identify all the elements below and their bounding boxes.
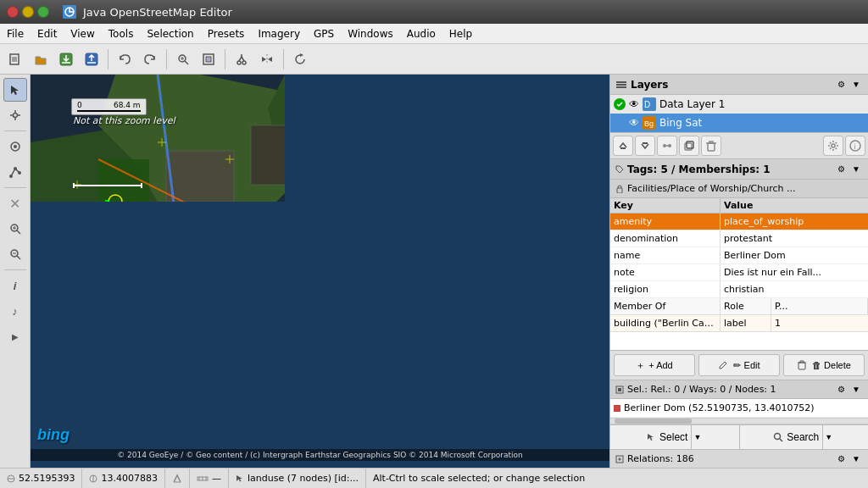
menu-imagery[interactable]: Imagery xyxy=(251,24,307,43)
add-tag-button[interactable]: ＋ + Add xyxy=(614,354,695,376)
bing-logo: bing xyxy=(37,425,70,444)
layer-duplicate-button[interactable] xyxy=(679,136,699,156)
layer-bing-sat[interactable]: 👁 Bg Bing Sat xyxy=(610,114,868,132)
sb-lon: 13.4007883 xyxy=(82,469,164,488)
layer-settings2-button[interactable] xyxy=(823,136,843,156)
audio-button[interactable]: ♪ xyxy=(3,299,27,323)
search-dropdown-arrow[interactable]: ▼ xyxy=(822,425,834,449)
new-layer-button[interactable] xyxy=(3,47,27,71)
menu-file[interactable]: File xyxy=(0,24,31,43)
layer-actions: i xyxy=(610,133,868,159)
statusbar: 52.5195393 13.4007883 — landuse (7 nodes… xyxy=(0,468,868,488)
member-role-cell: Role xyxy=(721,298,771,314)
sel-action-buttons: Select ▼ Search ▼ xyxy=(610,424,868,449)
lt-sep2 xyxy=(4,187,26,188)
trash-icon xyxy=(797,360,807,370)
tag-row-denomination[interactable]: denomination protestant xyxy=(610,230,868,247)
menu-view[interactable]: View xyxy=(64,24,101,43)
layer-data-layer-1[interactable]: 👁 D Data Layer 1 xyxy=(610,95,868,114)
sb-selection: landuse (7 nodes) [id:... xyxy=(229,469,366,488)
layers-header: Layers ⚙ ▼ xyxy=(610,75,868,95)
tags-settings-button[interactable]: ⚙ xyxy=(834,163,848,176)
selection-header: Sel.: Rel.: 0 / Ways: 0 / Nodes: 1 ⚙ ▼ xyxy=(610,380,868,399)
sel-settings-button[interactable]: ⚙ xyxy=(834,383,848,396)
mirror-button[interactable] xyxy=(255,47,279,71)
app-title: Java OpenStreetMap Editor xyxy=(83,6,232,19)
delete-tag-button[interactable]: 🗑 Delete xyxy=(783,354,865,376)
minimize-button[interactable] xyxy=(22,6,34,18)
zoom-button[interactable] xyxy=(171,47,195,71)
more-button[interactable]: ▶ xyxy=(3,324,27,348)
layer-down-button[interactable] xyxy=(635,136,655,156)
select-dropdown-arrow[interactable]: ▼ xyxy=(691,425,703,449)
svg-point-11 xyxy=(13,114,17,118)
search-button[interactable]: Search ▼ xyxy=(740,425,869,449)
svg-rect-114 xyxy=(616,81,626,83)
menu-edit[interactable]: Edit xyxy=(31,24,64,43)
select-button[interactable]: Select ▼ xyxy=(610,425,740,449)
redo-button[interactable] xyxy=(138,47,162,71)
zoom-out-button[interactable] xyxy=(3,242,27,266)
refresh-button[interactable] xyxy=(288,47,312,71)
menu-windows[interactable]: Windows xyxy=(341,24,400,43)
tag-row-amenity[interactable]: amenity place_of_worship xyxy=(610,214,868,230)
layer-up-button[interactable] xyxy=(613,136,633,156)
menu-audio[interactable]: Audio xyxy=(400,24,442,43)
sel-scrollbar[interactable] xyxy=(610,418,868,424)
svg-point-123 xyxy=(663,144,666,147)
layer-delete-button[interactable] xyxy=(701,136,721,156)
building-row[interactable]: building ("Berlin Cathedral", ... label … xyxy=(610,315,868,332)
upload-button[interactable] xyxy=(80,47,103,71)
map-area[interactable]: P P P Not at this zoom level 0 68.4 m bi… xyxy=(31,75,609,468)
rel-settings-button[interactable]: ⚙ xyxy=(834,452,848,466)
svg-rect-31 xyxy=(251,125,285,185)
open-button[interactable] xyxy=(29,47,53,71)
zoom-in-button[interactable] xyxy=(3,217,27,241)
close-button[interactable] xyxy=(7,6,19,18)
member-p-cell: P... xyxy=(771,298,868,314)
layer-merge-button[interactable] xyxy=(657,136,677,156)
tag-row-name[interactable]: name Berliner Dom xyxy=(610,247,868,264)
menu-tools[interactable]: Tools xyxy=(102,24,141,43)
cut-button[interactable] xyxy=(230,47,253,71)
draw-node-button[interactable] xyxy=(3,135,27,158)
sb-ruler-icon xyxy=(197,474,209,483)
svg-marker-24 xyxy=(268,75,285,202)
draw-way-button[interactable] xyxy=(3,160,27,184)
layer-info-button[interactable]: i xyxy=(845,136,865,156)
hint-text: Alt-Ctrl to scale selected; or change se… xyxy=(373,473,585,484)
undo-button[interactable] xyxy=(113,47,136,71)
select-tool-button[interactable] xyxy=(3,78,27,102)
menu-gps[interactable]: GPS xyxy=(307,24,341,43)
sel-item-row[interactable]: Berliner Dom (52.5190735, 13.4010752) xyxy=(610,399,868,418)
layers-collapse-button[interactable]: ▼ xyxy=(849,78,863,92)
tag-row-religion[interactable]: religion christian xyxy=(610,281,868,298)
tag-val-religion: christian xyxy=(721,281,868,297)
pan-tool-button[interactable] xyxy=(3,103,27,127)
sel-header-icon xyxy=(615,385,624,394)
delete-button[interactable]: ✕ xyxy=(3,191,27,215)
tag-row-note[interactable]: note Dies ist nur ein Fall... xyxy=(610,264,868,281)
menu-selection[interactable]: Selection xyxy=(140,24,200,43)
rel-collapse-button[interactable]: ▼ xyxy=(849,452,863,466)
svg-marker-22 xyxy=(31,92,285,202)
tags-collapse-button[interactable]: ▼ xyxy=(849,163,863,176)
zoom-extent-button[interactable] xyxy=(197,47,220,71)
menu-presets[interactable]: Presets xyxy=(201,24,252,43)
menu-help[interactable]: Help xyxy=(442,24,479,43)
tag-val-name: Berliner Dom xyxy=(721,247,868,263)
member-row[interactable]: Member Of Role P... xyxy=(610,298,868,315)
layer-eye-2: 👁 xyxy=(629,117,639,129)
sel-collapse-button[interactable]: ▼ xyxy=(849,383,863,396)
svg-rect-131 xyxy=(617,188,622,193)
download-button[interactable] xyxy=(54,47,78,71)
right-panel: Layers ⚙ ▼ 👁 D Data Layer 1 👁 Bg xyxy=(609,75,868,468)
svg-rect-67 xyxy=(105,200,109,202)
layers-icon xyxy=(615,79,627,91)
info-button[interactable]: i xyxy=(3,274,27,297)
maximize-button[interactable] xyxy=(37,6,49,18)
layers-settings-button[interactable]: ⚙ xyxy=(834,78,848,92)
edit-tag-button[interactable]: ✏ Edit xyxy=(698,354,780,376)
layer-data-icon: D xyxy=(643,97,656,111)
tag-val-note: Dies ist nur ein Fall... xyxy=(721,264,868,280)
